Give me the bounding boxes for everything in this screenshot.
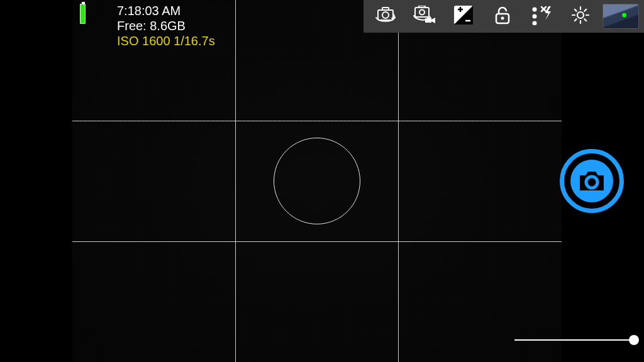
svg-point-1 [382, 12, 389, 18]
shutter-button[interactable] [560, 149, 624, 213]
grid-line [398, 0, 399, 362]
flash-button[interactable] [522, 0, 561, 33]
svg-rect-5 [419, 6, 425, 8]
status-iso-shutter: ISO 1600 1/16.7s [117, 34, 215, 48]
grid-line [235, 0, 236, 362]
switch-camera-button[interactable] [366, 0, 405, 33]
svg-rect-2 [382, 8, 389, 10]
svg-point-11 [533, 21, 537, 26]
exposure-lock-button[interactable] [483, 0, 522, 33]
switch-video-button[interactable] [405, 0, 444, 33]
status-time: 7:18:03 AM [117, 4, 180, 18]
svg-point-8 [501, 17, 504, 20]
svg-point-4 [419, 10, 425, 15]
exposure-compensation-icon [453, 4, 474, 28]
grid-line [72, 241, 562, 242]
gear-icon [570, 5, 591, 28]
svg-point-12 [577, 12, 584, 18]
svg-point-10 [533, 14, 537, 19]
zoom-slider[interactable] [514, 339, 634, 341]
svg-rect-3 [415, 8, 429, 17]
svg-point-9 [533, 8, 537, 12]
status-free-space: Free: 8.6GB [117, 19, 186, 33]
switch-camera-icon [374, 6, 397, 26]
top-toolbar [364, 0, 644, 33]
focus-ring [274, 138, 360, 224]
battery-indicator [80, 4, 86, 24]
settings-button[interactable] [561, 0, 600, 33]
gallery-thumbnail[interactable] [602, 4, 639, 29]
grid-line [72, 121, 562, 121]
switch-video-icon [412, 6, 437, 27]
unlock-icon [493, 5, 512, 28]
exposure-compensation-button[interactable] [444, 0, 483, 33]
flash-off-icon [531, 5, 552, 28]
camera-icon [570, 160, 613, 202]
camera-viewfinder[interactable] [72, 0, 562, 362]
